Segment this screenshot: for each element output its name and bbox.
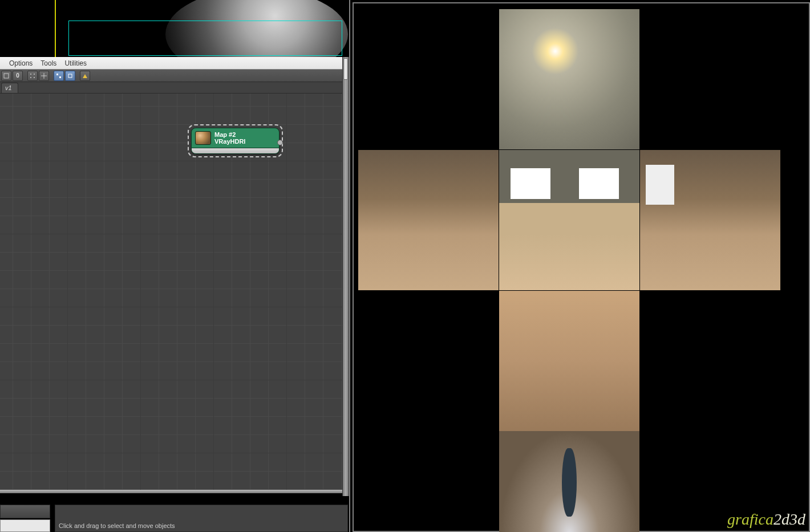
toolbar-btn-7[interactable] [80, 71, 90, 81]
cubemap-face-right [640, 150, 780, 290]
view-tabs: v1 [0, 82, 348, 94]
bottom-bar: Click and drag to select and move object… [0, 490, 348, 532]
svg-rect-9 [68, 74, 72, 78]
background-viewport [0, 0, 348, 57]
toolbar-btn-6[interactable] [65, 71, 75, 81]
tab-view1[interactable]: v1 [1, 83, 18, 93]
node-thumbnail [195, 131, 211, 145]
svg-rect-0 [4, 74, 9, 78]
menu-utilities[interactable]: Utilities [64, 59, 87, 67]
cubemap-preview-pane: grafica2d3d [349, 0, 810, 532]
scrollbar-thumb[interactable] [343, 58, 348, 80]
toolbar-btn-3[interactable] [27, 71, 38, 81]
node-label: Map #2 VRayHDRI [214, 131, 245, 145]
cubemap-face-bottom [499, 291, 639, 431]
node-output-port[interactable] [277, 140, 283, 145]
status-hint: Click and drag to select and move object… [59, 522, 175, 529]
toolbar-btn-4[interactable] [39, 71, 49, 81]
toolbar-btn-5[interactable] [54, 71, 64, 81]
vertical-scrollbar[interactable] [342, 57, 349, 496]
svg-point-1 [30, 74, 31, 75]
status-bar: Click and drag to select and move object… [55, 505, 348, 532]
watermark: grafica2d3d [727, 510, 805, 529]
menu-tools[interactable]: Tools [40, 59, 56, 67]
cubemap-cross [358, 9, 780, 532]
svg-point-2 [34, 74, 35, 75]
preview-frame: grafica2d3d [353, 2, 810, 532]
node-footer [192, 148, 279, 153]
toolbar-btn-1[interactable] [1, 71, 11, 81]
cubemap-face-back [499, 431, 639, 532]
svg-point-4 [34, 77, 35, 78]
timeline-marker [55, 0, 56, 57]
command-input[interactable] [0, 519, 50, 532]
node-graph-canvas[interactable]: Map #2 VRayHDRI [0, 94, 348, 490]
cubemap-face-left [358, 150, 499, 290]
cubemap-face-top [499, 9, 639, 149]
menu-options[interactable]: Options [9, 59, 33, 67]
menu-bar: Options Tools Utilities [0, 57, 348, 70]
material-editor-pane: Options Tools Utilities 0 v1 Map #2 VRay… [0, 0, 348, 532]
watermark-b: 2d3d [773, 510, 805, 528]
safe-frame [68, 21, 342, 56]
node-title: Map #2 [214, 131, 245, 138]
splitter[interactable] [0, 490, 348, 493]
watermark-a: grafica [727, 510, 773, 528]
svg-point-3 [30, 77, 31, 78]
node-type: VRayHDRI [214, 138, 245, 145]
toolbar-btn-2[interactable]: 0 [13, 71, 23, 81]
map-node[interactable]: Map #2 VRayHDRI [191, 128, 280, 154]
toolbar: 0 [0, 70, 348, 82]
svg-rect-8 [59, 76, 61, 78]
command-panel-stub [0, 505, 50, 518]
svg-rect-7 [56, 74, 58, 75]
cubemap-face-front [499, 150, 639, 290]
